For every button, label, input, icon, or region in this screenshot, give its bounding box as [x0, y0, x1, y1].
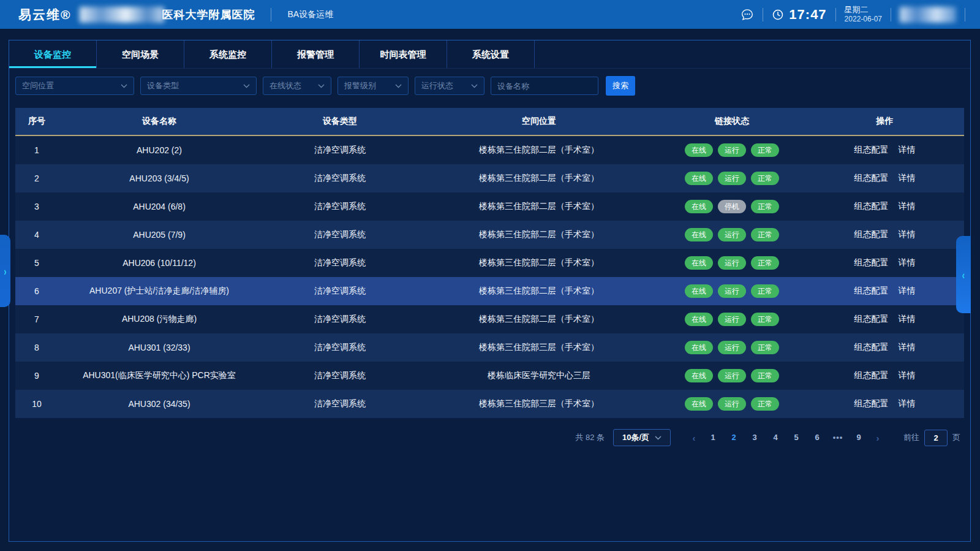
filter-select-报警级别[interactable]: 报警级别 — [337, 77, 409, 95]
goto-page-input[interactable] — [924, 430, 948, 446]
prev-page-button[interactable]: ‹ — [685, 433, 703, 443]
config-link[interactable]: 组态配置 — [854, 145, 889, 154]
table-row[interactable]: 4AHU205 (7/9)洁净空调系统楼栋第三住院部二层（手术室）在线运行正常组… — [15, 221, 964, 249]
status-badge: 正常 — [751, 172, 779, 185]
tab-空间场景[interactable]: 空间场景 — [97, 40, 184, 68]
weekday-label: 星期二 — [845, 5, 882, 15]
detail-link[interactable]: 详情 — [899, 398, 916, 408]
next-page-button[interactable]: › — [869, 433, 886, 443]
page-number-5[interactable]: 5 — [787, 429, 805, 446]
filter-select-设备类型[interactable]: 设备类型 — [140, 77, 257, 95]
status-badge: 运行 — [718, 256, 746, 270]
device-table: 序号设备名称设备类型空间位置链接状态操作 1AHU202 (2)洁净空调系统楼栋… — [15, 108, 964, 418]
cell-actions: 组态配置详情 — [805, 229, 964, 240]
page-number-4[interactable]: 4 — [766, 429, 785, 446]
filter-select-空间位置[interactable]: 空间位置 — [15, 77, 134, 95]
config-link[interactable]: 组态配置 — [854, 173, 889, 183]
tab-设备监控[interactable]: 设备监控 — [9, 40, 97, 68]
page-number-9[interactable]: 9 — [850, 429, 868, 446]
nav-item-ba-ops[interactable]: BA设备运维 — [287, 9, 333, 20]
status-badge: 正常 — [751, 143, 779, 157]
status-badge: 正常 — [751, 228, 779, 241]
cell-index: 10 — [15, 399, 58, 409]
chevron-right-icon: › — [4, 265, 6, 278]
header-divider — [271, 8, 271, 21]
cell-link-status: 在线运行正常 — [658, 284, 805, 298]
select-placeholder: 运行状态 — [421, 80, 453, 91]
table-row[interactable]: 1AHU202 (2)洁净空调系统楼栋第三住院部二层（手术室）在线运行正常组态配… — [15, 136, 964, 164]
status-badge: 运行 — [718, 313, 746, 326]
table-row[interactable]: 9AHU301(临床医学研究中心) PCR实验室洁净空调系统楼栋临床医学研究中心… — [15, 362, 964, 390]
goto-label: 前往 — [903, 432, 919, 443]
detail-link[interactable]: 详情 — [899, 173, 916, 183]
table-row[interactable]: 8AHU301 (32/33)洁净空调系统楼栋第三住院部三层（手术室）在线运行正… — [15, 333, 964, 362]
page-number-3[interactable]: 3 — [745, 429, 764, 446]
page-size-select[interactable]: 10条/页 — [613, 429, 671, 446]
header-divider — [763, 8, 763, 21]
table-row[interactable]: 5AHU206 (10/11/12)洁净空调系统楼栋第三住院部二层（手术室）在线… — [15, 249, 964, 277]
page-number-6[interactable]: 6 — [808, 429, 826, 446]
tab-时间表管理[interactable]: 时间表管理 — [360, 40, 447, 68]
page-ellipsis[interactable]: ••• — [829, 429, 847, 446]
right-panel-expand-handle[interactable]: ‹ — [956, 236, 971, 313]
select-placeholder: 在线状态 — [270, 80, 301, 91]
table-row[interactable]: 3AHU204 (6/8)洁净空调系统楼栋第三住院部二层（手术室）在线停机正常组… — [15, 192, 964, 221]
status-badge: 停机 — [718, 200, 746, 213]
table-row[interactable]: 7AHU208 (污物走廊)洁净空调系统楼栋第三住院部二层（手术室）在线运行正常… — [15, 305, 964, 333]
cell-index: 3 — [15, 202, 58, 211]
config-link[interactable]: 组态配置 — [854, 342, 889, 352]
filter-select-运行状态[interactable]: 运行状态 — [415, 77, 484, 95]
detail-link[interactable]: 详情 — [899, 314, 916, 324]
table-row[interactable]: 6AHU207 (护士站/洁净走廊/洁净辅房)洁净空调系统楼栋第三住院部二层（手… — [15, 277, 964, 305]
cell-link-status: 在线运行正常 — [658, 172, 805, 185]
table-row[interactable]: 2AHU203 (3/4/5)洁净空调系统楼栋第三住院部二层（手术室）在线运行正… — [15, 164, 964, 192]
page-number-1[interactable]: 1 — [704, 429, 722, 446]
config-link[interactable]: 组态配置 — [854, 314, 889, 324]
status-badge: 运行 — [718, 143, 746, 157]
detail-link[interactable]: 详情 — [899, 229, 916, 239]
table-row[interactable]: 10AHU302 (34/35)洁净空调系统楼栋第三住院部三层（手术室）在线运行… — [15, 390, 964, 418]
detail-link[interactable]: 详情 — [899, 286, 916, 295]
config-link[interactable]: 组态配置 — [854, 257, 889, 267]
page-number-2[interactable]: 2 — [725, 429, 743, 446]
tab-系统设置[interactable]: 系统设置 — [447, 40, 535, 68]
status-badge: 正常 — [751, 397, 779, 411]
search-button[interactable]: 搜索 — [606, 76, 635, 96]
status-badge: 在线 — [685, 341, 713, 354]
cell-device-name: AHU301 (32/33) — [58, 343, 260, 352]
tab-系统监控[interactable]: 系统监控 — [184, 40, 272, 68]
cell-device-name: AHU205 (7/9) — [58, 230, 260, 240]
config-link[interactable]: 组态配置 — [854, 398, 889, 408]
config-link[interactable]: 组态配置 — [854, 229, 889, 239]
hospital-name: 医科大学附属医院 — [162, 7, 255, 22]
left-panel-expand-handle[interactable]: › — [0, 235, 10, 307]
device-name-input[interactable] — [491, 77, 598, 95]
tab-报警管理[interactable]: 报警管理 — [272, 40, 360, 68]
cell-index: 6 — [15, 286, 58, 296]
table-header: 序号设备名称设备类型空间位置链接状态操作 — [15, 108, 964, 136]
config-link[interactable]: 组态配置 — [854, 370, 889, 380]
cell-index: 7 — [15, 314, 58, 324]
status-badge: 正常 — [751, 341, 779, 354]
username-redacted[interactable] — [900, 7, 956, 23]
detail-link[interactable]: 详情 — [899, 370, 916, 380]
status-badge: 正常 — [751, 369, 779, 382]
select-placeholder: 空间位置 — [22, 80, 54, 91]
cell-actions: 组态配置详情 — [805, 201, 964, 212]
status-badge: 正常 — [751, 284, 779, 298]
filter-bar: 空间位置设备类型在线状态报警级别运行状态 搜索 — [9, 69, 970, 102]
detail-link[interactable]: 详情 — [899, 257, 916, 267]
cell-location: 楼栋第三住院部二层（手术室） — [420, 173, 658, 184]
config-link[interactable]: 组态配置 — [854, 201, 889, 211]
cell-device-type: 洁净空调系统 — [260, 314, 420, 325]
filter-select-在线状态[interactable]: 在线状态 — [263, 77, 331, 95]
cell-actions: 组态配置详情 — [805, 286, 964, 297]
config-link[interactable]: 组态配置 — [854, 286, 889, 295]
column-header-链接状态: 链接状态 — [658, 116, 805, 127]
status-badge: 在线 — [685, 256, 713, 270]
message-icon[interactable] — [741, 8, 754, 21]
detail-link[interactable]: 详情 — [899, 145, 916, 154]
detail-link[interactable]: 详情 — [899, 342, 916, 352]
chevron-down-icon — [395, 84, 402, 88]
detail-link[interactable]: 详情 — [899, 201, 916, 211]
